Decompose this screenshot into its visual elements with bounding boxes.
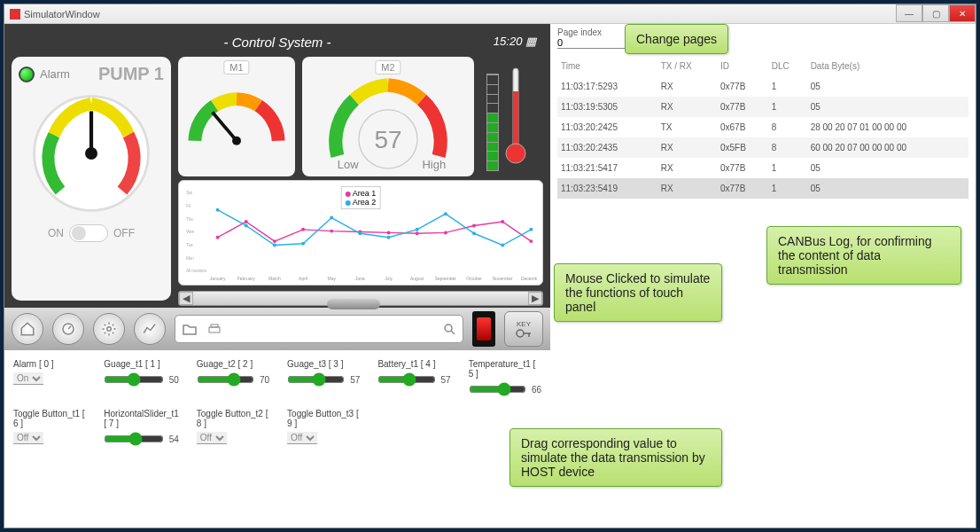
svg-text:Fri: Fri [186,204,191,208]
pump-label: PUMP 1 [98,64,164,84]
app-icon [10,9,20,20]
svg-point-36 [416,228,419,231]
svg-point-17 [216,236,220,239]
slider-item: Alarm [ 0 ]On [13,359,86,396]
search-icon[interactable] [443,323,455,335]
slider-value: 57 [350,375,360,385]
gauge-button[interactable] [52,313,84,345]
svg-text:Sat: Sat [186,191,192,195]
key-button[interactable]: KEY [504,311,543,347]
minimize-button[interactable]: — [896,4,922,22]
svg-line-59 [451,331,455,334]
svg-point-39 [501,244,504,247]
svg-text:February: February [237,277,255,281]
page-index-input[interactable] [557,37,628,49]
table-row[interactable]: 11:03:19:5305RX0x77B105 [557,97,968,117]
low-label: Low [338,158,359,171]
svg-text:May: May [328,277,337,281]
slider-input[interactable] [469,382,526,396]
power-switch[interactable] [472,311,495,347]
slider-input[interactable] [377,372,435,387]
dashboard-panel: - Control System - 15:20 ▦ Alarm PUMP 1 [4,24,550,308]
svg-point-2 [85,147,97,160]
slider-input[interactable] [104,372,163,387]
m1-label: M1 [223,60,249,74]
log-header: Data Byte(s) [807,56,968,76]
settings-button[interactable] [93,313,125,345]
slider-select[interactable]: Off [287,432,317,444]
slider-value: 70 [260,375,269,385]
pump-toggle[interactable] [69,224,108,242]
svg-point-32 [301,242,305,246]
gauge-m1: M1 [178,57,295,176]
horizontal-scrollbar[interactable]: ◀ ▶ [178,291,543,306]
log-header: ID [717,56,768,76]
scroll-right-icon[interactable]: ▶ [528,292,542,305]
table-row[interactable]: 11:03:23:5419RX0x77B105 [557,178,968,199]
svg-text:June: June [355,277,365,281]
close-button[interactable]: ✕ [949,4,976,22]
home-button[interactable] [12,313,43,345]
print-icon[interactable] [207,323,222,335]
log-header: TX / RX [657,56,717,76]
slider-input[interactable] [197,372,254,387]
line-chart: Area 1 Area 2 SatFriThoWenTueMonAll moni… [178,180,543,286]
slider-select[interactable]: On [13,372,43,385]
svg-point-60 [517,330,524,337]
slider-input[interactable] [287,372,345,387]
svg-point-20 [301,228,305,231]
slider-item: Battery_t1 [ 4 ]57 [377,359,450,396]
maximize-button[interactable]: ▢ [922,4,949,22]
thermometer-icon [504,65,527,171]
battery-bar [486,74,499,171]
table-row[interactable]: 11:03:20:2435RX0x5FB860 00 20 07 00 00 0… [557,137,968,158]
slider-label: Guage_t2 [ 2 ] [197,359,269,369]
log-header: Time [557,56,657,76]
table-row[interactable]: 11:03:20:2425TX0x67B828 00 20 07 01 00 0… [557,117,968,137]
svg-point-23 [387,231,391,234]
dashboard-time: 15:20 ▦ [494,35,536,48]
svg-point-37 [444,212,447,215]
svg-point-26 [472,223,476,227]
slider-value: 54 [169,434,179,444]
folder-icon[interactable] [183,323,197,335]
slider-label: Alarm [ 0 ] [13,359,86,369]
svg-point-4 [232,137,241,145]
slider-input[interactable] [104,432,163,446]
svg-line-54 [68,326,71,329]
slider-select[interactable]: Off [13,432,43,444]
slider-item: Guage_t1 [ 1 ]50 [104,359,179,396]
slider-select[interactable]: Off [197,432,227,444]
log-header: DLC [768,56,807,76]
svg-point-40 [529,228,533,231]
svg-text:August: August [410,277,424,281]
svg-text:57: 57 [374,126,401,153]
slider-label: Guage_t3 [ 3 ] [287,359,360,369]
slider-label: Toggle Button_t2 [ 8 ] [197,409,269,428]
search-box[interactable] [175,315,463,343]
scroll-left-icon[interactable]: ◀ [179,292,193,305]
svg-text:July: July [385,277,393,281]
scroll-thumb[interactable] [327,299,380,309]
slider-label: HorizontalSlider_t1 [ 7 ] [104,409,179,428]
chart-button[interactable] [134,313,166,345]
svg-text:March: March [268,277,281,281]
svg-point-38 [472,231,476,235]
slider-label: Battery_t1 [ 4 ] [377,359,450,369]
svg-point-25 [444,231,447,234]
high-label: High [422,158,446,171]
svg-text:December: December [521,277,537,281]
gauge-m2: M2 57 Low [302,57,474,176]
slider-item: Toggle Button_t2 [ 8 ]Off [197,409,269,446]
alarm-led-icon [19,66,35,82]
slider-label: Guage_t1 [ 1 ] [104,359,179,369]
svg-point-58 [445,325,452,332]
svg-point-35 [387,236,391,239]
on-label: ON [48,227,64,239]
sliders-panel: Alarm [ 0 ]OnGuage_t1 [ 1 ]50Guage_t2 [ … [4,350,550,455]
slider-label: Toggle Button_t1 [ 6 ] [13,409,86,428]
slider-value: 50 [169,375,179,385]
table-row[interactable]: 11:03:17:5293RX0x77B105 [557,76,968,97]
table-row[interactable]: 11:03:21:5417RX0x77B105 [557,158,968,178]
slider-item: Guage_t2 [ 2 ]70 [197,359,269,396]
